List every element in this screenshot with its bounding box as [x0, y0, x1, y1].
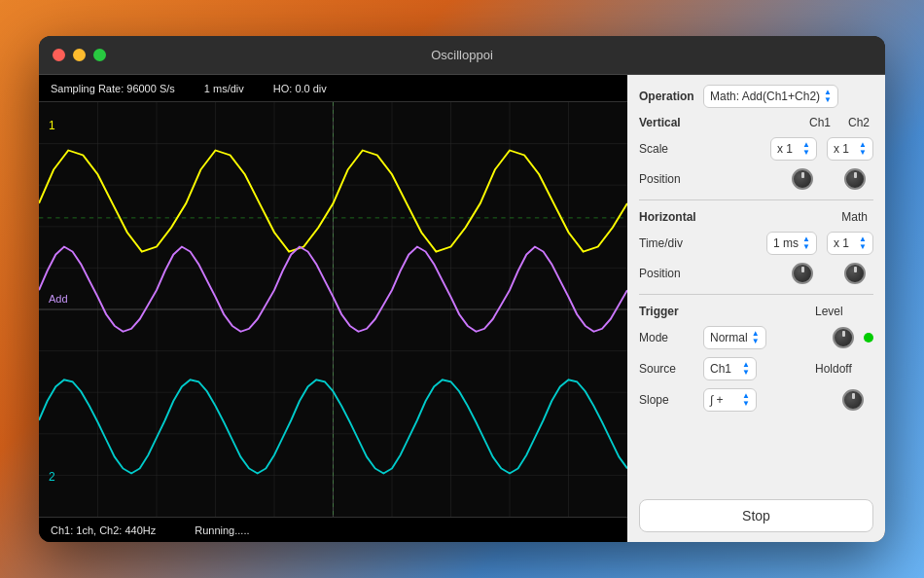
scope-svg	[39, 102, 627, 517]
mode-select[interactable]: Normal ▲▼	[703, 326, 766, 349]
main-window: Oscilloppoi Sampling Rate: 96000 S/s 1 m…	[39, 36, 885, 542]
scale-label: Scale	[639, 142, 697, 156]
operation-value: Math: Add(Ch1+Ch2)	[710, 90, 820, 103]
scale-ch1-value: x 1	[777, 142, 793, 156]
mode-row: Mode Normal ▲▼	[639, 326, 873, 349]
timediv-label: Time/div	[639, 236, 697, 250]
ch1-label: 1	[49, 119, 55, 132]
time-div-label: 1 ms/div	[204, 83, 244, 94]
close-button[interactable]	[53, 49, 65, 61]
scope-header: Sampling Rate: 96000 S/s 1 ms/div HO: 0.…	[39, 75, 627, 102]
position-vertical-row: Position	[639, 168, 873, 190]
horizontal-label: Horizontal	[639, 210, 697, 224]
scale-row: Scale x 1 ▲▼ x 1 ▲▼	[639, 137, 873, 161]
horizontal-header-row: Horizontal Math	[639, 210, 873, 224]
horiz-position-knob1[interactable]	[792, 263, 813, 284]
slope-row: Slope ∫ + ▲▼	[639, 388, 873, 412]
scope-display: Sampling Rate: 96000 S/s 1 ms/div HO: 0.…	[39, 75, 627, 542]
footer-status: Running.....	[195, 524, 249, 536]
operation-label: Operation	[639, 90, 697, 103]
spacer	[639, 419, 873, 491]
timediv-ch2-select[interactable]: x 1 ▲▼	[827, 232, 873, 255]
scale-ch2-value: x 1	[834, 142, 849, 156]
slope-chevrons: ▲▼	[742, 392, 750, 408]
trigger-label: Trigger	[639, 305, 697, 318]
level-label: Level	[815, 305, 873, 318]
source-chevrons: ▲▼	[742, 361, 750, 377]
maximize-button[interactable]	[93, 49, 106, 61]
position-horiz-label: Position	[639, 267, 697, 280]
ch2-position-knob[interactable]	[844, 168, 866, 190]
holdoff-label: Holdoff	[815, 362, 873, 376]
source-row: Source Ch1 ▲▼ Holdoff	[639, 357, 873, 380]
trigger-active-indicator	[864, 333, 873, 343]
ch1-header: Ch1	[805, 116, 835, 129]
operation-chevrons: ▲▼	[824, 89, 832, 104]
ch1-position-knob[interactable]	[792, 168, 813, 190]
divider-2	[639, 294, 873, 295]
content-area: Sampling Rate: 96000 S/s 1 ms/div HO: 0.…	[39, 75, 885, 542]
vertical-header-row: Vertical Ch1 Ch2	[639, 116, 873, 129]
mode-label: Mode	[639, 331, 697, 344]
mode-chevrons: ▲▼	[752, 330, 760, 345]
vertical-label: Vertical	[639, 116, 697, 129]
ch2-header: Ch2	[844, 116, 873, 129]
sampling-rate: Sampling Rate: 96000 S/s	[51, 83, 175, 94]
ch2-label: 2	[49, 470, 55, 484]
scale-ch1-select[interactable]: x 1 ▲▼	[770, 137, 817, 161]
divider-1	[639, 199, 873, 200]
holdoff-knob[interactable]	[842, 389, 864, 411]
level-knob[interactable]	[833, 327, 854, 348]
scale-ch2-select[interactable]: x 1 ▲▼	[827, 137, 873, 161]
operation-select[interactable]: Math: Add(Ch1+Ch2) ▲▼	[703, 85, 838, 108]
trigger-header-row: Trigger Level	[639, 305, 873, 318]
footer-channel-info: Ch1: 1ch, Ch2: 440Hz	[51, 524, 156, 536]
position-horiz-row: Position	[639, 263, 873, 284]
grid-container	[39, 102, 627, 517]
slope-value: ∫ +	[710, 393, 724, 407]
ho-label: HO: 0.0 div	[273, 83, 327, 94]
horiz-position-knob2[interactable]	[844, 263, 866, 284]
minimize-button[interactable]	[73, 49, 86, 61]
titlebar: Oscilloppoi	[39, 36, 885, 75]
mode-value: Normal	[710, 331, 748, 344]
source-label: Source	[639, 362, 697, 376]
timediv-ch2-value: x 1	[834, 236, 849, 250]
scale-ch1-chevrons: ▲▼	[802, 141, 810, 157]
timediv-ch1-value: 1 ms	[773, 236, 799, 250]
source-value: Ch1	[710, 362, 731, 376]
timediv-row: Time/div 1 ms ▲▼ x 1 ▲▼	[639, 232, 873, 255]
math-label: Math	[841, 210, 873, 224]
scale-ch2-chevrons: ▲▼	[859, 141, 867, 157]
position-vertical-label: Position	[639, 172, 697, 186]
traffic-lights	[53, 49, 106, 61]
source-select[interactable]: Ch1 ▲▼	[703, 357, 757, 380]
window-title: Oscilloppoi	[431, 48, 493, 62]
slope-select[interactable]: ∫ + ▲▼	[703, 388, 757, 412]
timediv-ch1-select[interactable]: 1 ms ▲▼	[766, 232, 817, 255]
stop-button[interactable]: Stop	[639, 499, 873, 532]
slope-label: Slope	[639, 393, 697, 407]
right-panel: Operation Math: Add(Ch1+Ch2) ▲▼ Vertical…	[627, 75, 885, 542]
timediv-ch2-chevrons: ▲▼	[859, 235, 867, 251]
add-label: Add	[49, 293, 68, 305]
scope-footer: Ch1: 1ch, Ch2: 440Hz Running.....	[39, 517, 627, 542]
operation-row: Operation Math: Add(Ch1+Ch2) ▲▼	[639, 85, 873, 108]
timediv-ch1-chevrons: ▲▼	[802, 235, 810, 251]
